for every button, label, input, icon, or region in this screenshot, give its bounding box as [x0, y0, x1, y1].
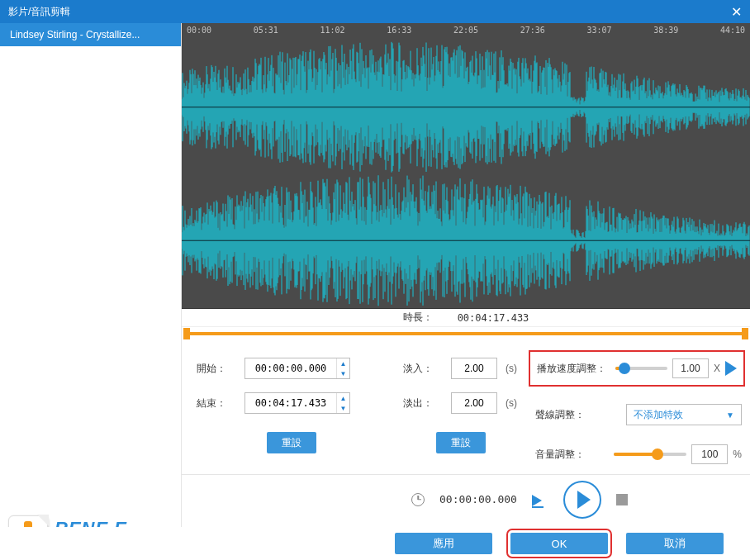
fadein-unit: (s) — [506, 363, 517, 374]
clock-icon — [411, 493, 425, 506]
chevron-down-icon: ▼ — [726, 411, 734, 420]
footer: 應用 OK 取消 — [0, 527, 750, 560]
range-handle-start[interactable] — [183, 328, 190, 339]
mark-in-icon[interactable] — [532, 493, 548, 506]
start-time-field[interactable] — [245, 358, 336, 378]
reset-fade-button[interactable]: 重設 — [436, 432, 486, 453]
end-label: 結束： — [197, 396, 236, 411]
sidebar: Lindsey Stirling - Crystallize... — [0, 23, 182, 527]
timeline-tick: 05:31 — [254, 26, 278, 35]
range-track — [187, 332, 745, 335]
range-selector[interactable] — [182, 327, 750, 342]
chevron-up-icon[interactable]: ▲ — [337, 393, 349, 403]
fadein-label: 淡入： — [403, 362, 443, 376]
voice-label: 聲線調整： — [535, 408, 605, 422]
chevron-down-icon[interactable]: ▼ — [337, 403, 349, 413]
fadein-input[interactable] — [451, 358, 497, 379]
voice-select[interactable]: 不添加特效 ▼ — [626, 404, 742, 425]
waveform-display[interactable] — [182, 36, 750, 309]
apply-button[interactable]: 應用 — [395, 533, 492, 554]
play-button[interactable] — [563, 481, 601, 519]
reset-time-button[interactable]: 重設 — [267, 432, 316, 453]
chevron-up-icon[interactable]: ▲ — [337, 358, 349, 368]
close-icon[interactable]: ✕ — [731, 4, 742, 20]
chevron-down-icon[interactable]: ▼ — [337, 368, 349, 378]
timeline-tick: 00:00 — [187, 26, 211, 35]
volume-value: 100 — [691, 444, 728, 464]
timeline-tick: 38:39 — [653, 26, 678, 35]
slider-thumb[interactable] — [652, 448, 663, 460]
timeline-tick: 22:05 — [453, 26, 478, 35]
preview-play-icon[interactable] — [725, 361, 737, 376]
speed-label: 播放速度調整： — [537, 362, 607, 376]
duration-value: 00:04:17.433 — [458, 312, 529, 324]
main-panel: 00:00 05:31 11:02 16:33 22:05 27:36 33:0… — [182, 23, 750, 527]
fadeout-label: 淡出： — [403, 396, 443, 411]
timeline-tick: 11:02 — [320, 26, 344, 35]
timeline-tick: 27:36 — [520, 26, 545, 35]
slider-thumb[interactable] — [619, 363, 630, 374]
cancel-button[interactable]: 取消 — [626, 533, 724, 554]
fadeout-unit: (s) — [506, 397, 517, 409]
volume-unit: % — [733, 448, 742, 460]
titlebar: 影片/音訊剪輯 ✕ — [0, 0, 750, 23]
ok-button[interactable]: OK — [510, 533, 608, 554]
volume-label: 音量調整： — [535, 448, 605, 462]
voice-select-value: 不添加特效 — [634, 408, 683, 422]
spinner-arrows[interactable]: ▲▼ — [336, 358, 349, 378]
window-title: 影片/音訊剪輯 — [8, 5, 70, 19]
volume-slider[interactable] — [614, 453, 686, 456]
playbar: 00:00:00.000 — [182, 474, 750, 524]
end-time-input[interactable]: ▲▼ — [244, 392, 350, 414]
spinner-arrows[interactable]: ▲▼ — [336, 393, 349, 413]
sidebar-item-track[interactable]: Lindsey Stirling - Crystallize... — [0, 23, 181, 46]
speed-slider[interactable] — [615, 367, 667, 370]
end-time-field[interactable] — [245, 393, 336, 413]
duration-label: 時長： — [403, 311, 433, 325]
speed-highlight: 播放速度調整： 1.00 X — [529, 350, 745, 387]
timeline-tick: 16:33 — [387, 26, 411, 35]
controls-panel: 開始： ▲▼ 結束： ▲▼ 重設 — [182, 342, 750, 474]
range-handle-end[interactable] — [742, 328, 748, 339]
speed-unit: X — [714, 363, 720, 374]
speed-value: 1.00 — [672, 358, 709, 378]
stop-button[interactable] — [616, 494, 628, 505]
fadeout-input[interactable] — [451, 392, 497, 414]
timeline-tick: 44:10 — [720, 26, 745, 35]
playhead-time: 00:00:00.000 — [439, 493, 517, 505]
start-time-input[interactable]: ▲▼ — [244, 358, 350, 379]
play-icon — [577, 491, 591, 509]
start-label: 開始： — [197, 362, 236, 376]
timeline-tick: 33:07 — [586, 26, 611, 35]
sidebar-item-label: Lindsey Stirling - Crystallize... — [10, 29, 140, 40]
timeline-ruler[interactable]: 00:00 05:31 11:02 16:33 22:05 27:36 33:0… — [182, 23, 750, 36]
duration-bar: 時長： 00:04:17.433 — [182, 309, 750, 327]
